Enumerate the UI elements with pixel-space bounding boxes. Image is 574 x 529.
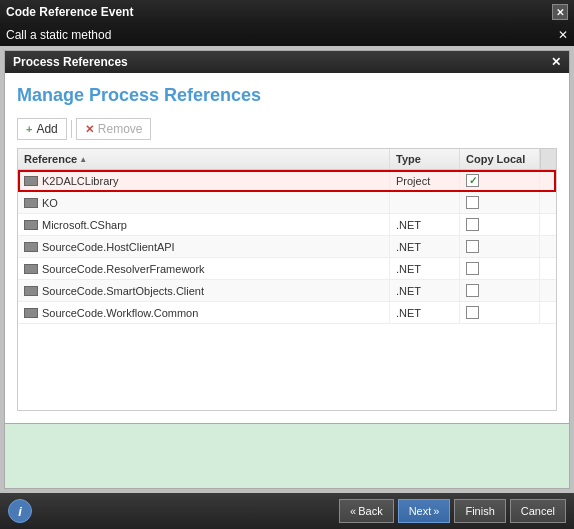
table-row[interactable]: SourceCode.Workflow.Common.NET bbox=[18, 302, 556, 324]
back-icon: « bbox=[350, 505, 356, 517]
toolbar: + Add ✕ Remove bbox=[17, 118, 557, 140]
col-reference-label: Reference bbox=[24, 153, 77, 165]
table-row[interactable]: SourceCode.SmartObjects.Client.NET bbox=[18, 280, 556, 302]
table-row[interactable]: Microsoft.CSharp.NET bbox=[18, 214, 556, 236]
table-row[interactable]: K2DALCLibraryProject✓ bbox=[18, 170, 556, 192]
sort-icon: ▲ bbox=[79, 155, 87, 164]
copy-local-cell[interactable] bbox=[460, 192, 540, 213]
col-type-label: Type bbox=[396, 153, 421, 165]
ref-cell: SourceCode.Workflow.Common bbox=[18, 302, 390, 323]
remove-label: Remove bbox=[98, 122, 143, 136]
type-cell bbox=[390, 192, 460, 213]
references-table: Reference ▲ Type Copy Local K2DALCLibrar… bbox=[17, 148, 557, 411]
copy-local-checkbox[interactable] bbox=[466, 262, 479, 275]
copy-local-cell[interactable] bbox=[460, 258, 540, 279]
finish-label: Finish bbox=[465, 505, 494, 517]
copy-local-cell[interactable] bbox=[460, 214, 540, 235]
copy-local-cell[interactable]: ✓ bbox=[460, 170, 540, 191]
sub-close-icon: ✕ bbox=[558, 28, 568, 42]
sub-title-text: Call a static method bbox=[6, 28, 111, 42]
process-panel-header: Process References ✕ bbox=[5, 51, 569, 73]
ref-cell: K2DALCLibrary bbox=[18, 170, 390, 191]
col-copy-local-label: Copy Local bbox=[466, 153, 525, 165]
table-body: K2DALCLibraryProject✓KOMicrosoft.CSharp.… bbox=[18, 170, 556, 410]
back-button[interactable]: « Back bbox=[339, 499, 394, 523]
ref-type-icon bbox=[24, 176, 38, 186]
ref-cell: SourceCode.SmartObjects.Client bbox=[18, 280, 390, 301]
nav-buttons: « Back Next » Finish Cancel bbox=[339, 499, 566, 523]
copy-local-checkbox[interactable] bbox=[466, 284, 479, 297]
copy-local-checkbox[interactable] bbox=[466, 218, 479, 231]
main-title-text: Code Reference Event bbox=[6, 5, 133, 19]
scroll-cell bbox=[540, 236, 556, 257]
scroll-cell bbox=[540, 280, 556, 301]
type-cell: .NET bbox=[390, 236, 460, 257]
ref-cell: SourceCode.ResolverFramework bbox=[18, 258, 390, 279]
copy-local-cell[interactable] bbox=[460, 302, 540, 323]
ref-cell: KO bbox=[18, 192, 390, 213]
ref-name: SourceCode.SmartObjects.Client bbox=[42, 285, 204, 297]
main-content: Manage Process References + Add ✕ Remove… bbox=[5, 73, 569, 423]
add-button[interactable]: + Add bbox=[17, 118, 67, 140]
main-close-button[interactable]: ✕ bbox=[552, 4, 568, 20]
type-cell: .NET bbox=[390, 302, 460, 323]
ref-name: K2DALCLibrary bbox=[42, 175, 118, 187]
sub-title-bar: Call a static method ✕ bbox=[0, 24, 574, 46]
cancel-label: Cancel bbox=[521, 505, 555, 517]
bottom-bar: i « Back Next » Finish Cancel bbox=[0, 493, 574, 529]
col-copy-local: Copy Local bbox=[460, 149, 540, 169]
ref-type-icon bbox=[24, 198, 38, 208]
scroll-cell bbox=[540, 302, 556, 323]
panel-close-button[interactable]: ✕ bbox=[551, 55, 561, 69]
ref-cell: SourceCode.HostClientAPI bbox=[18, 236, 390, 257]
copy-local-cell[interactable] bbox=[460, 236, 540, 257]
ref-name: KO bbox=[42, 197, 58, 209]
copy-local-checkbox[interactable] bbox=[466, 240, 479, 253]
scroll-cell bbox=[540, 170, 556, 191]
ref-type-icon bbox=[24, 286, 38, 296]
info-icon: i bbox=[18, 504, 22, 519]
back-label: Back bbox=[358, 505, 382, 517]
scroll-cell bbox=[540, 258, 556, 279]
ref-type-icon bbox=[24, 264, 38, 274]
copy-local-checkbox[interactable] bbox=[466, 196, 479, 209]
col-reference: Reference ▲ bbox=[18, 149, 390, 169]
remove-button[interactable]: ✕ Remove bbox=[76, 118, 152, 140]
scrollbar-header bbox=[540, 149, 556, 169]
ref-cell: Microsoft.CSharp bbox=[18, 214, 390, 235]
copy-local-cell[interactable] bbox=[460, 280, 540, 301]
ref-type-icon bbox=[24, 308, 38, 318]
table-row[interactable]: SourceCode.HostClientAPI.NET bbox=[18, 236, 556, 258]
next-icon: » bbox=[433, 505, 439, 517]
remove-icon: ✕ bbox=[85, 123, 94, 136]
manage-title: Manage Process References bbox=[17, 85, 557, 106]
process-panel: Process References ✕ Manage Process Refe… bbox=[4, 50, 570, 489]
ref-type-icon bbox=[24, 220, 38, 230]
outer-wrapper: Code Reference Event ✕ Call a static met… bbox=[0, 0, 574, 529]
add-icon: + bbox=[26, 123, 32, 135]
table-header: Reference ▲ Type Copy Local bbox=[18, 149, 556, 170]
copy-local-checkbox[interactable]: ✓ bbox=[466, 174, 479, 187]
green-area bbox=[5, 423, 569, 488]
type-cell: .NET bbox=[390, 258, 460, 279]
main-close-icon: ✕ bbox=[556, 7, 564, 18]
scroll-cell bbox=[540, 192, 556, 213]
add-label: Add bbox=[36, 122, 57, 136]
cancel-button[interactable]: Cancel bbox=[510, 499, 566, 523]
main-title-bar: Code Reference Event ✕ bbox=[0, 0, 574, 24]
ref-type-icon bbox=[24, 242, 38, 252]
type-cell: Project bbox=[390, 170, 460, 191]
panel-close-icon: ✕ bbox=[551, 55, 561, 69]
copy-local-checkbox[interactable] bbox=[466, 306, 479, 319]
scroll-cell bbox=[540, 214, 556, 235]
sub-close-button[interactable]: ✕ bbox=[558, 28, 568, 42]
next-button[interactable]: Next » bbox=[398, 499, 451, 523]
ref-name: Microsoft.CSharp bbox=[42, 219, 127, 231]
info-button[interactable]: i bbox=[8, 499, 32, 523]
type-cell: .NET bbox=[390, 280, 460, 301]
next-label: Next bbox=[409, 505, 432, 517]
toolbar-divider bbox=[71, 120, 72, 138]
table-row[interactable]: KO bbox=[18, 192, 556, 214]
table-row[interactable]: SourceCode.ResolverFramework.NET bbox=[18, 258, 556, 280]
finish-button[interactable]: Finish bbox=[454, 499, 505, 523]
